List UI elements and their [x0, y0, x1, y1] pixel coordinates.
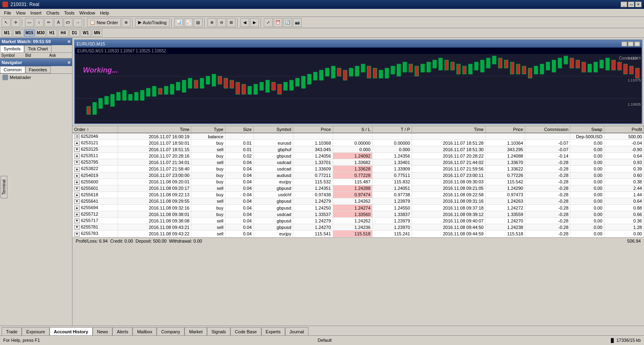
tab-news[interactable]: News [93, 327, 113, 335]
cell-6: 1.33560 [333, 211, 372, 218]
hline-tool[interactable]: ↕ [35, 18, 43, 27]
crosshair-tool[interactable]: ✛ [11, 18, 20, 27]
tf-h4[interactable]: H4 [58, 29, 68, 37]
col-header-size[interactable]: Size [225, 126, 253, 133]
tab-market[interactable]: Market [184, 327, 207, 335]
menu-insert[interactable]: Insert [28, 10, 44, 16]
chart-type2[interactable]: 📈 [184, 18, 193, 27]
arrow-tool[interactable]: ↖ [2, 18, 10, 27]
cell-5: 115.532 [293, 179, 333, 185]
tab-account-history[interactable]: Account History [50, 327, 93, 335]
svg-rect-49 [361, 64, 365, 72]
col-header-closetime[interactable]: Time [412, 126, 486, 133]
tf-w1[interactable]: W1 [81, 29, 91, 37]
col-header-price[interactable]: Price [293, 126, 333, 133]
chart-close[interactable]: ✕ [634, 42, 640, 46]
col-header-tp[interactable]: T / P [372, 126, 412, 133]
tf-m5[interactable]: M5 [13, 29, 23, 37]
tab-mailbox[interactable]: Mailbox [133, 327, 157, 335]
arrow-draw-tool[interactable]: → [73, 18, 82, 27]
tab-symbols[interactable]: Symbols [0, 45, 24, 52]
template1[interactable]: ⤢ [264, 18, 273, 27]
cell-9: 1.24270 [485, 218, 525, 224]
tf-m15[interactable]: M15 [24, 29, 35, 37]
line-tool[interactable]: — [25, 18, 34, 27]
tf-m1[interactable]: M1 [2, 29, 12, 37]
close-button[interactable]: ✕ [635, 2, 642, 7]
status-left: For Help, press F1 [3, 338, 40, 343]
chart-area: EURUSD,M15 _ ▭ ✕ EURUSD,M15 1.10533 1.10… [72, 38, 644, 326]
col-header-closeprice[interactable]: Price [485, 126, 525, 133]
tab-signals[interactable]: Signals [207, 327, 230, 335]
menu-charts[interactable]: Charts [44, 10, 62, 16]
template2[interactable]: ⏰ [273, 18, 282, 27]
scroll-left[interactable]: ◀ [240, 18, 249, 27]
label-tool[interactable]: 🏷 [64, 18, 72, 27]
template4[interactable]: 📷 [293, 18, 302, 27]
cell-5 [293, 133, 333, 140]
chart-minimize[interactable]: _ [621, 42, 627, 46]
table-row: ▲62531212016.11.07 18:50:01buy0.01eurusd… [72, 140, 644, 146]
col-header-symbol[interactable]: Symbol [253, 126, 293, 133]
text-tool[interactable]: A [54, 18, 63, 27]
auto-trading-label: AutoTrading [143, 20, 167, 25]
cell-3: 0.04 [225, 224, 253, 231]
menu-window[interactable]: Window [77, 10, 97, 16]
cell-10: -0.28 [525, 179, 570, 185]
fit-chart[interactable]: ⊞ [227, 18, 236, 27]
menu-tools[interactable]: Tools [62, 10, 77, 16]
new-order-button[interactable]: 📋 New Order [87, 18, 121, 27]
table-row: ▲62540192016.11.07 23:00:00buy0.04audusd… [72, 172, 644, 179]
scroll-right[interactable]: ▶ [250, 18, 259, 27]
tab-favorites[interactable]: Favorites [25, 66, 51, 73]
place-order-button[interactable]: ⊕ [122, 18, 130, 27]
tf-mn[interactable]: MN [92, 29, 102, 37]
tab-experts[interactable]: Experts [261, 327, 285, 335]
col-header-swap[interactable]: Swap [570, 126, 604, 133]
col-header-type[interactable]: Type [191, 126, 225, 133]
chart-type1[interactable]: 📊 [174, 18, 183, 27]
col-header-profit[interactable]: Profit [604, 126, 644, 133]
tf-h1[interactable]: H1 [47, 29, 57, 37]
tab-alerts[interactable]: Alerts [112, 327, 133, 335]
tab-common[interactable]: Common [0, 66, 25, 73]
cell-1: 2016.11.07 23:00:00 [118, 172, 191, 179]
svg-rect-62 [439, 58, 442, 70]
tf-d1[interactable]: D1 [69, 29, 80, 37]
terminal-tab[interactable]: Terminal [0, 176, 7, 199]
cell-3: 0.04 [225, 205, 253, 211]
cell-6: 1.24236 [333, 224, 372, 231]
zoom-out[interactable]: ⊖ [217, 18, 226, 27]
minimize-button[interactable]: _ [621, 2, 627, 7]
cell-3: 0.04 [225, 231, 253, 237]
cell-8: 2016.11.07 21:59:56 [412, 166, 486, 172]
tab-tick-chart[interactable]: Tick Chart [24, 45, 52, 52]
nav-metatrader[interactable]: Metatrader [0, 74, 72, 81]
tab-exposure[interactable]: Exposure [22, 327, 49, 335]
col-header-time[interactable]: Time [118, 126, 191, 133]
status-bar: For Help, press F1 Default ▐▌ 17336/15 k… [0, 335, 644, 344]
separator4 [171, 18, 173, 27]
tab-company[interactable]: Company [157, 327, 184, 335]
col-header-sl[interactable]: S / L [333, 126, 372, 133]
auto-trading-button[interactable]: ▶ AutoTrading [135, 18, 170, 27]
cell-4: usdchf [253, 191, 293, 198]
zoom-in[interactable]: ⊕ [207, 18, 216, 27]
tab-trade[interactable]: Trade [2, 327, 22, 335]
menu-file[interactable]: File [2, 10, 14, 16]
col-header-commission[interactable]: Commission [525, 126, 570, 133]
navigator-close[interactable]: ✕ [67, 60, 70, 65]
tf-m30[interactable]: M30 [35, 29, 46, 37]
template3[interactable]: 🔄 [283, 18, 292, 27]
tab-code-base[interactable]: Code Base [230, 327, 261, 335]
chart-restore[interactable]: ▭ [628, 42, 634, 46]
market-watch-close[interactable]: ✕ [67, 39, 70, 44]
menu-view[interactable]: View [14, 10, 28, 16]
pen-tool[interactable]: ✏ [44, 18, 53, 27]
tab-journal[interactable]: Journal [285, 327, 309, 335]
chart-type3[interactable]: ▤ [194, 18, 203, 27]
col-header-order[interactable]: Order ↑ [72, 126, 118, 133]
restore-button[interactable]: ▭ [628, 2, 634, 7]
menu-help[interactable]: Help [97, 10, 112, 16]
svg-rect-47 [349, 68, 353, 76]
